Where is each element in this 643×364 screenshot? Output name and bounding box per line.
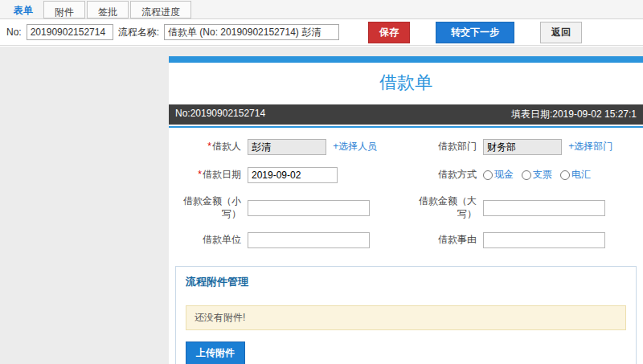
unit-label: 借款单位	[169, 234, 248, 247]
method-radio-group: 现金 支票 电汇	[483, 168, 591, 182]
tab-bar: 表单 附件 签批 流程进度	[0, 0, 643, 19]
unit-input[interactable]	[248, 232, 370, 248]
no-input[interactable]	[27, 24, 113, 40]
department-input[interactable]	[483, 139, 562, 155]
borrow-date-input[interactable]	[248, 167, 338, 183]
cash-radio[interactable]	[483, 170, 493, 180]
required-mark: *	[198, 169, 202, 180]
method-cell: 现金 支票 电汇	[483, 168, 640, 182]
amount-small-label: 借款金额（小写）	[169, 195, 248, 220]
wire-radio[interactable]	[560, 170, 570, 180]
form-number: No:20190902152714	[175, 108, 265, 121]
amount-big-cell	[483, 200, 640, 216]
radio-check[interactable]: 支票	[522, 168, 552, 182]
borrow-date-label: *借款日期	[169, 169, 248, 182]
tab-attachments[interactable]: 附件	[43, 1, 85, 18]
department-cell: +选择部门	[483, 139, 640, 155]
check-radio[interactable]	[522, 170, 531, 180]
reason-label: 借款事由	[404, 234, 483, 247]
process-name-input[interactable]	[164, 24, 339, 40]
reason-input[interactable]	[483, 232, 605, 248]
borrower-label: *借款人	[169, 141, 248, 153]
panel-top-bar	[169, 56, 643, 63]
select-person-link[interactable]: +选择人员	[333, 141, 377, 152]
amount-big-input[interactable]	[483, 200, 605, 216]
back-button[interactable]: 返回	[540, 22, 582, 43]
tab-form[interactable]: 表单	[3, 0, 43, 18]
process-name-label: 流程名称:	[118, 26, 159, 39]
method-label: 借款方式	[404, 169, 483, 182]
radio-wire[interactable]: 电汇	[560, 168, 591, 182]
reason-cell	[483, 232, 640, 248]
screen: 表单 附件 签批 流程进度 No: 流程名称: 保存 转交下一步 返回 借款单 …	[0, 0, 643, 364]
amount-small-cell	[248, 200, 404, 216]
amount-small-input[interactable]	[248, 200, 370, 216]
form-fill-date: 填表日期:2019-09-02 15:27:1	[511, 108, 637, 121]
radio-cash[interactable]: 现金	[483, 168, 514, 182]
content-area: 借款单 No:20190902152714 填表日期:2019-09-02 15…	[0, 47, 643, 364]
tab-progress[interactable]: 流程进度	[130, 1, 191, 18]
no-attachments-notice: 还没有附件!	[186, 305, 626, 330]
attachments-section: 流程附件管理 还没有附件! 上传附件	[175, 266, 637, 364]
no-label: No:	[6, 27, 22, 38]
required-mark: *	[207, 141, 211, 152]
select-department-link[interactable]: +选择部门	[568, 141, 612, 152]
borrower-input[interactable]	[248, 139, 326, 155]
department-label: 借款部门	[404, 141, 483, 153]
save-button[interactable]: 保存	[368, 22, 410, 43]
attachments-title: 流程附件管理	[186, 275, 626, 289]
borrower-cell: +选择人员	[248, 139, 404, 155]
upload-attachment-button[interactable]: 上传附件	[186, 342, 245, 364]
amount-big-label: 借款金额（大写）	[404, 195, 483, 220]
borrow-date-cell	[248, 167, 404, 183]
loan-form: *借款人 +选择人员 借款部门 +选择部门 *借款日期 借款	[169, 128, 643, 256]
unit-cell	[248, 232, 404, 248]
toolbar: No: 流程名称: 保存 转交下一步 返回	[0, 19, 643, 46]
form-panel: 借款单 No:20190902152714 填表日期:2019-09-02 15…	[169, 56, 643, 364]
next-step-button[interactable]: 转交下一步	[436, 22, 514, 43]
page-title: 借款单	[169, 63, 643, 104]
form-header-bar: No:20190902152714 填表日期:2019-09-02 15:27:…	[169, 104, 643, 125]
tab-approval[interactable]: 签批	[87, 1, 129, 18]
